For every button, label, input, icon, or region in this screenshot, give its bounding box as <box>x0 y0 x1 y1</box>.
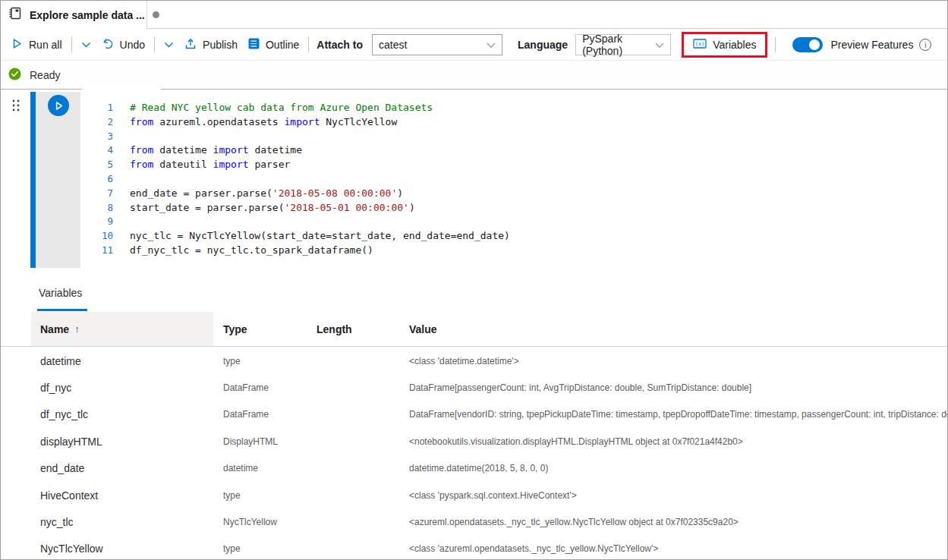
divider <box>71 37 72 52</box>
table-row[interactable]: df_nycDataFrameDataFrame[passengerCount:… <box>1 374 947 401</box>
language-label: Language <box>518 39 568 51</box>
line-content: from datetime import datetime <box>113 143 302 158</box>
cell-value: <class 'datetime.datetime'> <box>399 356 947 367</box>
tab-title: Explore sample data ... <box>30 9 145 21</box>
run-all-label: Run all <box>29 39 62 51</box>
cell-name: displayHTML <box>31 436 213 448</box>
language-value: PySpark (Python) <box>582 33 655 57</box>
cell-type: type <box>213 490 307 501</box>
code-line: 9 <box>80 215 946 229</box>
svg-text:(x): (x) <box>695 41 705 47</box>
cell-gutter <box>36 92 80 268</box>
cell-selection-bar <box>30 92 36 268</box>
line-number: 10 <box>80 229 113 244</box>
cell-name: end_date <box>31 462 213 474</box>
line-number: 11 <box>80 244 113 258</box>
table-row[interactable]: NycTlcYellowtype<class 'azureml.opendata… <box>1 536 947 559</box>
divider <box>308 37 309 52</box>
variables-panel: Variables Name ↑ Type Length Value datet… <box>1 269 947 559</box>
variables-button[interactable]: (x) Variables <box>682 32 767 58</box>
code-line: 5from dateutil import parser <box>80 158 946 172</box>
variables-label: Variables <box>713 39 756 51</box>
cell-name: HiveContext <box>31 489 213 502</box>
publish-label: Publish <box>203 39 238 51</box>
chevron-down-icon <box>655 39 664 51</box>
line-content <box>113 215 130 229</box>
line-content: from azureml.opendatasets import NycTlcY… <box>113 115 397 130</box>
code-editor[interactable]: 1# Read NYC yellow cab data from Azure O… <box>80 101 946 269</box>
divider <box>775 37 776 52</box>
chevron-down-icon <box>81 39 91 51</box>
drag-handle-icon[interactable] <box>11 99 22 116</box>
table-header: Name ↑ Type Length Value <box>1 312 947 347</box>
column-header-length[interactable]: Length <box>307 312 399 346</box>
line-content: end_date = parser.parse('2018-05-08 00:0… <box>113 187 403 201</box>
code-line: 8start_date = parser.parse('2018-05-01 0… <box>80 201 946 216</box>
attach-to-select[interactable]: catest <box>372 34 502 55</box>
line-content <box>113 130 130 144</box>
code-line: 11df_nyc_tlc = nyc_tlc.to_spark_datafram… <box>80 244 946 258</box>
language-select[interactable]: PySpark (Python) <box>575 34 671 55</box>
run-cell-button[interactable] <box>48 95 69 116</box>
outline-label: Outline <box>266 39 299 51</box>
tab-active-underline <box>37 309 87 311</box>
cell-value: <azureml.opendatasets._nyc_tlc_yellow.Ny… <box>399 517 947 527</box>
line-number: 4 <box>80 143 113 158</box>
table-row[interactable]: HiveContexttype<class 'pyspark.sql.conte… <box>1 482 947 508</box>
cell-top-notch <box>82 86 161 96</box>
notebook-app: Explore sample data ... Run all <box>0 0 948 560</box>
line-number: 1 <box>80 101 113 115</box>
run-options-chevron-button[interactable] <box>80 36 93 54</box>
variables-rows: datetimetype<class 'datetime.datetime'>d… <box>1 348 947 559</box>
notebook-icon <box>8 6 22 24</box>
column-header-name[interactable]: Name ↑ <box>31 312 213 346</box>
line-number: 5 <box>80 158 113 172</box>
variables-icon: (x) <box>693 38 707 52</box>
cell-type: datetime <box>213 463 307 473</box>
undo-icon <box>102 38 114 52</box>
cell-name: datetime <box>31 355 213 367</box>
publish-icon <box>184 38 197 52</box>
table-row[interactable]: df_nyc_tlcDataFrameDataFrame[vendorID: s… <box>1 401 947 428</box>
code-line: 6 <box>80 172 946 187</box>
code-line: 1# Read NYC yellow cab data from Azure O… <box>80 101 946 115</box>
code-line: 2from azureml.opendatasets import NycTlc… <box>80 115 946 130</box>
table-row[interactable]: end_datedatetimedatetime.datetime(2018, … <box>1 455 947 482</box>
chevron-down-icon <box>164 39 174 51</box>
cell-value: datetime.datetime(2018, 5, 8, 0, 0) <box>399 463 947 473</box>
table-row[interactable]: nyc_tlcNycTlcYellow<azureml.opendatasets… <box>1 508 947 535</box>
cell-value: <class 'pyspark.sql.context.HiveContext'… <box>399 490 947 501</box>
publish-button[interactable]: Publish <box>183 35 239 55</box>
preview-features-toggle[interactable] <box>792 37 823 52</box>
cell-type: NycTlcYellow <box>213 517 307 527</box>
line-number: 9 <box>80 215 113 229</box>
tab-variables[interactable]: Variables <box>39 287 82 299</box>
line-number: 7 <box>80 187 113 201</box>
undo-button[interactable]: Undo <box>100 35 146 55</box>
column-header-type[interactable]: Type <box>213 312 307 346</box>
outline-button[interactable]: Outline <box>247 35 301 55</box>
outline-icon <box>248 38 260 52</box>
preview-features-label: Preview Features <box>830 39 913 51</box>
cell-type: DisplayHTML <box>213 436 307 447</box>
unsaved-changes-icon <box>153 11 159 18</box>
cell-type: type <box>213 543 307 554</box>
notebook-tab[interactable]: Explore sample data ... <box>1 1 147 29</box>
undo-options-chevron-button[interactable] <box>162 36 175 54</box>
table-row[interactable]: displayHTMLDisplayHTML<notebookutils.vis… <box>1 428 947 455</box>
cell-value: <class 'azureml.opendatasets._nyc_tlc_ye… <box>399 543 947 554</box>
sort-ascending-icon: ↑ <box>74 323 80 335</box>
cell-type: type <box>213 356 307 367</box>
table-row[interactable]: datetimetype<class 'datetime.datetime'> <box>1 348 947 374</box>
ready-check-icon <box>8 68 21 83</box>
cell-type: DataFrame <box>213 409 307 420</box>
info-icon[interactable]: i <box>919 39 931 51</box>
column-header-value[interactable]: Value <box>399 312 947 346</box>
line-number: 8 <box>80 201 113 216</box>
run-all-button[interactable]: Run all <box>10 35 64 55</box>
status-text: Ready <box>30 69 60 81</box>
code-line: 3 <box>80 130 946 144</box>
line-content: df_nyc_tlc = nyc_tlc.to_spark_dataframe(… <box>113 244 373 258</box>
line-content <box>113 172 130 187</box>
attach-to-value: catest <box>379 39 407 51</box>
